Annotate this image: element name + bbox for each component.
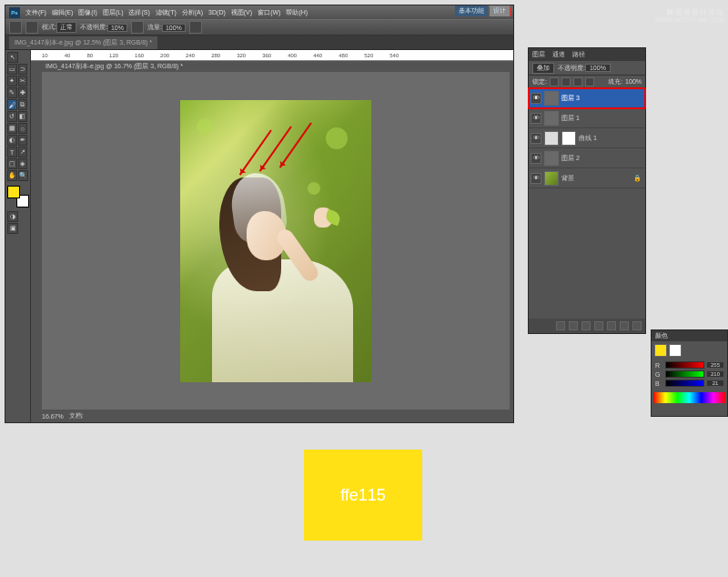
tablet-pressure-icon[interactable] xyxy=(131,21,144,34)
brush-preset-icon[interactable] xyxy=(9,21,22,34)
screenmode-tool[interactable]: ▣ xyxy=(7,223,18,234)
layer-row[interactable]: 👁 图层 1 xyxy=(529,108,645,128)
zoom-tool[interactable]: 🔍 xyxy=(18,170,28,181)
type-tool[interactable]: T xyxy=(7,147,17,157)
hex-label: ffe115 xyxy=(340,486,386,505)
lock-pixels-icon[interactable] xyxy=(561,77,571,86)
3d-tool[interactable]: ◈ xyxy=(18,158,28,169)
eyedropper-tool[interactable]: ✎ xyxy=(7,87,17,98)
menu-analysis[interactable]: 分析(A) xyxy=(182,8,203,17)
wand-tool[interactable]: ✦ xyxy=(7,76,17,86)
marquee-tool[interactable]: ▭ xyxy=(7,64,17,75)
layer-fx-icon[interactable] xyxy=(569,321,578,330)
visibility-icon[interactable]: 👁 xyxy=(531,173,541,184)
menu-edit[interactable]: 编辑(E) xyxy=(52,8,73,17)
pen-tool[interactable]: ✒ xyxy=(18,135,28,146)
menu-image[interactable]: 图像(I) xyxy=(78,8,97,17)
blend-mode-select[interactable]: 正常 xyxy=(56,22,76,33)
layer-name[interactable]: 背景 xyxy=(561,174,574,183)
menu-filter[interactable]: 滤镜(T) xyxy=(156,8,177,17)
layer-row[interactable]: 👁 曲线 1 xyxy=(529,128,645,148)
layer-thumbnail[interactable] xyxy=(544,91,559,106)
healing-tool[interactable]: ✚ xyxy=(18,87,28,98)
airbrush-icon[interactable] xyxy=(189,21,202,34)
foreground-color[interactable] xyxy=(7,186,20,198)
tab-layers[interactable]: 图层 xyxy=(532,50,545,59)
mask-thumbnail[interactable] xyxy=(561,131,576,146)
lock-transparency-icon[interactable] xyxy=(550,77,559,86)
history-brush-tool[interactable]: ↺ xyxy=(7,111,17,122)
quickmask-tool[interactable]: ◑ xyxy=(7,211,18,222)
brush-size-icon[interactable] xyxy=(25,21,38,34)
flow-value[interactable]: 100% xyxy=(162,24,186,32)
menu-select[interactable]: 选择(S) xyxy=(128,8,149,17)
layer-group-icon[interactable] xyxy=(607,321,616,330)
brush-tool[interactable]: 🖌 xyxy=(7,99,17,110)
color-swatches[interactable] xyxy=(7,186,29,208)
visibility-icon[interactable]: 👁 xyxy=(531,133,541,144)
lock-position-icon[interactable] xyxy=(573,77,582,86)
layer-thumbnail[interactable] xyxy=(544,171,559,186)
crop-tool[interactable]: ✂ xyxy=(18,76,28,86)
layer-row[interactable]: 👁 图层 3 xyxy=(529,88,645,108)
layer-name[interactable]: 图层 2 xyxy=(561,154,580,163)
fill-value[interactable]: 100% xyxy=(625,78,642,85)
layer-thumbnail[interactable] xyxy=(544,151,559,166)
background-swatch[interactable] xyxy=(669,344,682,357)
layer-row[interactable]: 👁 背景 🔒 xyxy=(529,168,645,188)
menu-view[interactable]: 视图(V) xyxy=(231,8,252,17)
layer-mask-icon[interactable] xyxy=(581,321,591,330)
menu-help[interactable]: 帮助(H) xyxy=(286,8,308,17)
canvas[interactable] xyxy=(42,72,510,410)
opacity-value[interactable]: 100% xyxy=(585,64,611,72)
tab-channels[interactable]: 通道 xyxy=(552,50,565,59)
menu-3d[interactable]: 3D(D) xyxy=(208,9,226,15)
blend-mode-select[interactable]: 叠加 xyxy=(532,63,554,74)
eraser-tool[interactable]: ◧ xyxy=(18,111,28,122)
lasso-tool[interactable]: ⊃ xyxy=(18,64,28,75)
visibility-icon[interactable]: 👁 xyxy=(531,113,541,124)
dodge-tool[interactable]: ◐ xyxy=(7,135,17,146)
color-callout: ffe115 xyxy=(304,450,422,541)
menu-file[interactable]: 文件(F) xyxy=(25,8,46,17)
color-tab[interactable]: 颜色 xyxy=(652,330,727,341)
link-layers-icon[interactable] xyxy=(556,321,565,330)
canvas-area: 1040801201602002402803203604004404805205… xyxy=(31,50,513,422)
adjustment-icon[interactable] xyxy=(544,131,559,146)
sub-document-tab[interactable]: IMG_4147副本-e.jpg @ 16.7% (图层 3, RGB/8) * xyxy=(42,61,187,72)
delete-layer-icon[interactable] xyxy=(632,321,642,330)
g-value[interactable]: 210 xyxy=(707,371,723,377)
layer-name[interactable]: 图层 1 xyxy=(561,114,580,123)
r-value[interactable]: 255 xyxy=(707,362,723,368)
g-slider[interactable] xyxy=(665,370,704,378)
color-spectrum[interactable] xyxy=(653,392,725,403)
b-value[interactable]: 21 xyxy=(707,380,723,386)
menu-layer[interactable]: 图层(L) xyxy=(103,8,124,17)
tab-paths[interactable]: 路径 xyxy=(572,50,585,59)
layer-row[interactable]: 👁 图层 2 xyxy=(529,148,645,168)
workspace-basic[interactable]: 基本功能 xyxy=(455,5,488,16)
path-tool[interactable]: ↗ xyxy=(18,147,28,157)
lock-all-icon[interactable] xyxy=(585,77,594,86)
brush-opacity-value[interactable]: 10% xyxy=(107,24,127,32)
gradient-tool[interactable]: ▦ xyxy=(7,123,17,134)
workspace-design[interactable]: 设计 xyxy=(490,5,510,16)
new-layer-icon[interactable] xyxy=(620,321,629,330)
layer-name[interactable]: 图层 3 xyxy=(561,94,580,103)
foreground-swatch[interactable] xyxy=(654,344,667,357)
stamp-tool[interactable]: ⧉ xyxy=(18,99,28,110)
layer-thumbnail[interactable] xyxy=(544,111,559,126)
blur-tool[interactable]: ○ xyxy=(18,123,28,134)
document-tab[interactable]: IMG_4147副本-e.jpg @ 12.5% (图层 3, RGB/8) * xyxy=(9,36,157,49)
move-tool[interactable]: ↖ xyxy=(7,52,18,63)
hand-tool[interactable]: ✋ xyxy=(7,170,17,181)
r-slider[interactable] xyxy=(665,361,704,369)
visibility-icon[interactable]: 👁 xyxy=(531,93,541,104)
shape-tool[interactable]: ▢ xyxy=(7,158,17,169)
layer-name[interactable]: 曲线 1 xyxy=(579,134,597,143)
visibility-icon[interactable]: 👁 xyxy=(531,153,541,164)
adjustment-layer-icon[interactable] xyxy=(594,321,603,330)
zoom-level[interactable]: 16.67% xyxy=(42,413,64,420)
menu-window[interactable]: 窗口(W) xyxy=(258,8,280,17)
b-slider[interactable] xyxy=(665,380,704,387)
